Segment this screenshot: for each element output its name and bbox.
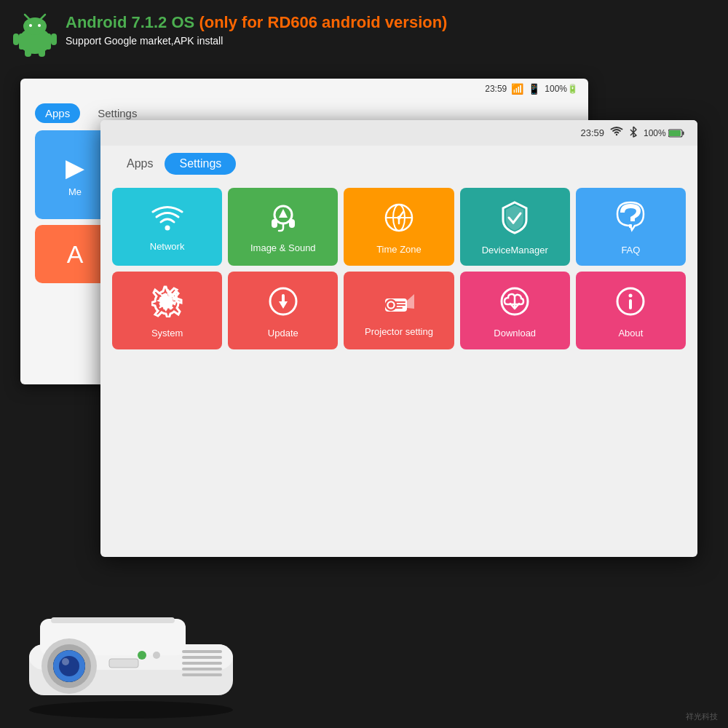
info-icon — [614, 285, 646, 322]
front-status-bar: 23:59 100% — [100, 120, 697, 146]
update-label: Update — [268, 328, 298, 339]
projector-svg — [15, 531, 291, 721]
faq-label: FAQ — [621, 245, 640, 256]
back-bt-icon: 📱 — [528, 83, 540, 95]
back-apps-tab[interactable]: Apps — [35, 103, 80, 123]
svg-rect-56 — [182, 656, 222, 659]
android-title: Android 7.1.2 OS (only for RD606 android… — [66, 13, 447, 32]
android-logo-icon — [13, 13, 57, 57]
svg-rect-44 — [629, 299, 632, 309]
svg-point-36 — [388, 303, 393, 308]
svg-rect-7 — [13, 33, 19, 45]
svg-point-29 — [163, 297, 172, 306]
question-icon — [614, 201, 646, 239]
headphones-icon — [267, 203, 299, 237]
settings-tile-about[interactable]: About — [576, 272, 686, 349]
settings-tile-system[interactable]: System — [112, 272, 222, 349]
svg-rect-58 — [182, 668, 222, 670]
wifi-icon — [151, 205, 183, 235]
projector-icon — [382, 287, 416, 320]
svg-point-3 — [29, 24, 32, 27]
screen-front: 23:59 100% Apps Settings — [100, 120, 697, 557]
front-time: 23:59 — [580, 127, 604, 138]
front-bt-icon — [629, 126, 638, 140]
gear-icon — [151, 285, 183, 322]
watermark: 祥光科技 — [686, 711, 718, 722]
svg-rect-63 — [51, 617, 175, 623]
back-time: 23:59 — [485, 84, 507, 94]
settings-tile-timezone[interactable]: Time Zone — [344, 188, 454, 266]
device-manager-label: DeviceManager — [482, 245, 548, 256]
svg-line-23 — [399, 212, 403, 218]
svg-marker-18 — [279, 209, 288, 218]
svg-point-53 — [59, 656, 79, 676]
svg-rect-10 — [39, 48, 45, 57]
shield-icon — [499, 201, 531, 239]
svg-rect-12 — [683, 132, 684, 135]
svg-point-54 — [62, 658, 69, 665]
front-wifi-icon — [610, 127, 623, 139]
settings-grid: Network Image & Sound — [100, 182, 697, 361]
download-label: Download — [494, 328, 536, 339]
svg-point-2 — [23, 17, 47, 35]
front-apps-tab[interactable]: Apps — [115, 153, 165, 175]
svg-point-4 — [38, 24, 41, 27]
back-wifi-icon: 📶 — [511, 83, 523, 95]
system-label: System — [151, 328, 183, 339]
svg-rect-39 — [395, 307, 403, 309]
svg-point-60 — [138, 651, 146, 660]
download-icon — [499, 285, 531, 322]
svg-rect-1 — [19, 33, 51, 50]
settings-tile-image-sound[interactable]: Image & Sound — [228, 188, 338, 266]
svg-rect-55 — [182, 650, 222, 653]
svg-rect-57 — [182, 662, 222, 665]
header-text: Android 7.1.2 OS (only for RD606 android… — [66, 13, 447, 47]
svg-line-5 — [25, 15, 29, 19]
svg-rect-9 — [25, 48, 31, 57]
svg-rect-37 — [395, 301, 405, 303]
timezone-label: Time Zone — [376, 244, 422, 255]
settings-tile-device-manager[interactable]: DeviceManager — [460, 188, 570, 266]
image-sound-label: Image & Sound — [250, 242, 316, 253]
svg-point-43 — [629, 294, 633, 298]
svg-point-14 — [165, 226, 170, 231]
svg-rect-8 — [51, 33, 57, 45]
svg-rect-33 — [282, 294, 285, 303]
header: Android 7.1.2 OS (only for RD606 android… — [13, 13, 447, 57]
android-subtitle: Support Google market,APK install — [66, 35, 447, 47]
settings-tile-faq[interactable]: FAQ — [576, 188, 686, 266]
back-status-bar: 23:59 📶 📱 100%🔋 — [20, 79, 588, 99]
svg-rect-59 — [182, 673, 222, 676]
back-app-icon-media: ▶ — [66, 153, 84, 182]
svg-point-61 — [153, 652, 160, 659]
svg-rect-13 — [669, 130, 681, 136]
svg-rect-16 — [272, 219, 277, 228]
front-settings-tab[interactable]: Settings — [165, 153, 236, 175]
timezone-icon — [383, 202, 415, 238]
svg-point-45 — [29, 701, 233, 719]
svg-line-6 — [41, 15, 45, 19]
front-battery: 100% — [644, 128, 684, 138]
network-label: Network — [150, 241, 185, 252]
front-nav-bar: Apps Settings — [100, 146, 697, 182]
svg-rect-38 — [395, 304, 405, 306]
projector-label: Projector setting — [365, 326, 433, 337]
projector-illustration — [15, 531, 291, 721]
svg-rect-17 — [289, 219, 295, 228]
settings-tile-update[interactable]: Update — [228, 272, 338, 349]
svg-rect-62 — [109, 659, 138, 668]
back-app-label-media: Me — [68, 186, 82, 197]
back-battery: 100%🔋 — [545, 84, 578, 94]
about-label: About — [618, 328, 643, 339]
settings-tile-projector[interactable]: Projector setting — [344, 272, 454, 349]
settings-tile-download[interactable]: Download — [460, 272, 570, 349]
settings-tile-network[interactable]: Network — [112, 188, 222, 266]
update-icon — [267, 285, 299, 322]
